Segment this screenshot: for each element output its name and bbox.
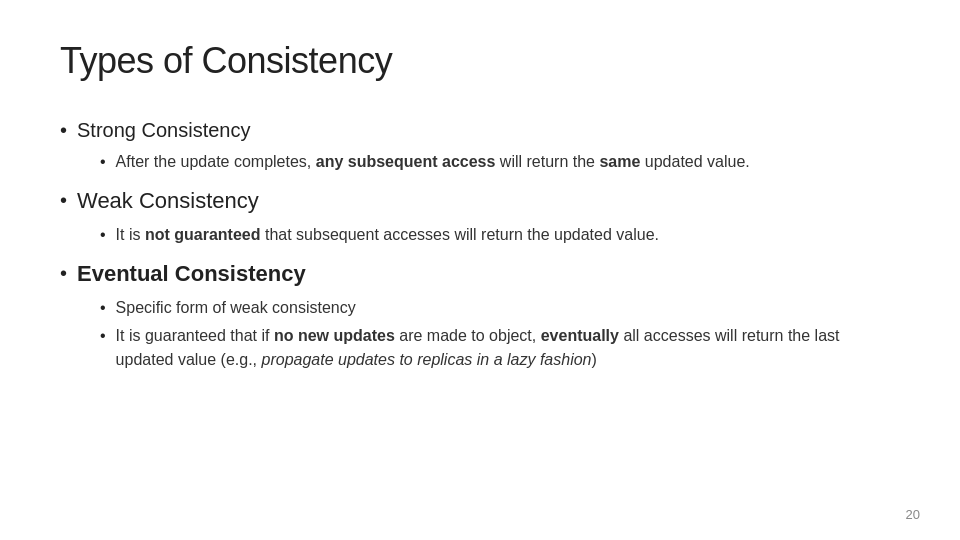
eventual-consistency-detail-2: • It is guaranteed that if no new update… [100, 324, 900, 372]
bullet-marker-strong: • [60, 116, 67, 144]
eventual-consistency-label: Eventual Consistency [77, 259, 306, 290]
slide-title: Types of Consistency [60, 40, 900, 82]
weak-consistency-item: • Weak Consistency [60, 186, 900, 217]
bullet-marker-eventual: • [60, 259, 67, 287]
weak-consistency-detail: • It is not guaranteed that subsequent a… [100, 223, 900, 247]
eventual-consistency-item: • Eventual Consistency [60, 259, 900, 290]
weak-consistency-text: It is not guaranteed that subsequent acc… [116, 223, 659, 247]
strong-consistency-label: Strong Consistency [77, 116, 250, 144]
strong-consistency-text: After the update completes, any subseque… [116, 150, 750, 174]
strong-consistency-detail: • After the update completes, any subseq… [100, 150, 900, 174]
bullet-marker-weak: • [60, 186, 67, 214]
slide: Types of Consistency • Strong Consistenc… [0, 0, 960, 540]
eventual-consistency-detail-1: • Specific form of weak consistency [100, 296, 900, 320]
bullet-marker-eventual-detail2: • [100, 324, 106, 348]
slide-content: • Strong Consistency • After the update … [60, 110, 900, 510]
bullet-marker-eventual-detail1: • [100, 296, 106, 320]
bullet-marker-strong-detail: • [100, 150, 106, 174]
bullet-marker-weak-detail: • [100, 223, 106, 247]
eventual-consistency-text-2: It is guaranteed that if no new updates … [116, 324, 900, 372]
page-number: 20 [906, 507, 920, 522]
strong-consistency-item: • Strong Consistency [60, 116, 900, 144]
weak-consistency-label: Weak Consistency [77, 186, 259, 217]
eventual-consistency-text-1: Specific form of weak consistency [116, 296, 356, 320]
